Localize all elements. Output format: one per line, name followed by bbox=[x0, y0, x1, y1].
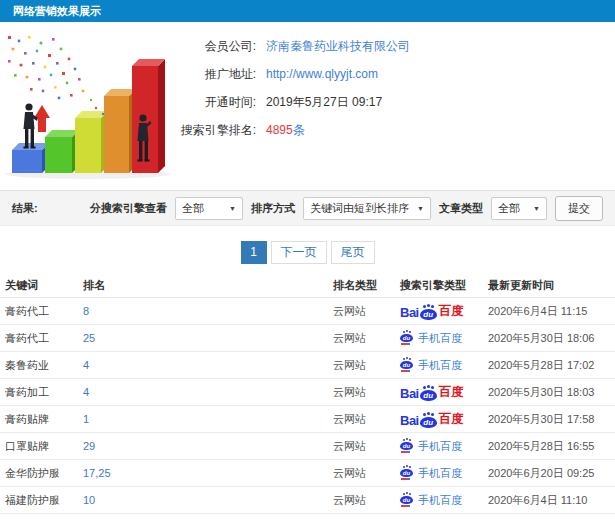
baidu-cn-text: 百度 bbox=[439, 411, 464, 428]
updated-cell: 2020年6月4日 11:15 bbox=[488, 304, 615, 319]
rank-link[interactable]: 4 bbox=[83, 386, 89, 398]
rank-link[interactable]: 4 bbox=[83, 359, 89, 371]
updated-cell: 2020年5月30日 17:58 bbox=[488, 412, 615, 427]
paw-du-text: du bbox=[400, 470, 413, 476]
rank-link[interactable]: 29 bbox=[83, 440, 95, 452]
mobile-baidu-icon: du bbox=[400, 358, 413, 372]
baidu-paw-icon: du bbox=[400, 466, 413, 477]
mobile-baidu-logo: du手机百度 bbox=[400, 331, 462, 346]
engine-cell: du手机百度 bbox=[400, 466, 488, 481]
keyword-cell: 膏药代工 bbox=[0, 304, 83, 319]
rank-type-cell: 云网站 bbox=[333, 304, 400, 319]
baidu-bai-text: Bai bbox=[400, 386, 419, 401]
mobile-baidu-icon: du bbox=[400, 331, 413, 345]
mobile-baidu-label: 手机百度 bbox=[418, 493, 462, 508]
keyword-cell: 膏药代工 bbox=[0, 331, 83, 346]
paw-du-text: du bbox=[420, 419, 437, 427]
engine-rank-row: 搜索引擎排名: 4895条 bbox=[178, 116, 615, 144]
mobile-baidu-icon: du bbox=[400, 493, 413, 507]
company-label: 会员公司: bbox=[178, 38, 256, 55]
promo-url-label: 推广地址: bbox=[178, 66, 256, 83]
mobile-baidu-logo: du手机百度 bbox=[400, 493, 462, 508]
baidu-cn-text: 百度 bbox=[439, 384, 464, 401]
mobile-baidu-logo: du手机百度 bbox=[400, 466, 462, 481]
table-row: 膏药贴牌1云网站Baidu百度2020年5月30日 17:58 bbox=[0, 406, 615, 433]
rank-cell: 17,25 bbox=[83, 467, 333, 479]
paw-toes bbox=[403, 493, 405, 495]
baidu-paw-icon: du bbox=[420, 386, 437, 401]
engine-cell: du手机百度 bbox=[400, 493, 488, 508]
paw-du-text: du bbox=[400, 497, 413, 503]
baidu-paw-icon: du bbox=[400, 331, 413, 342]
last-page-button[interactable]: 尾页 bbox=[331, 241, 375, 264]
sort-label: 排序方式 bbox=[251, 201, 295, 216]
page-title: 网络营销效果展示 bbox=[0, 0, 615, 22]
filter-controls: 分搜索引擎查看 全部 ▼ 排序方式 关键词由短到长排序 ▼ 文章类型 全部 ▼ … bbox=[90, 196, 603, 221]
column-header-3: 搜索引擎类型 bbox=[400, 278, 488, 293]
column-header-0: 关键词 bbox=[0, 278, 83, 293]
rank-link[interactable]: 10 bbox=[83, 494, 95, 506]
engine-filter-value: 全部 bbox=[182, 201, 204, 216]
promo-url-link[interactable]: http://www.qlyyjt.com bbox=[266, 67, 378, 81]
sort-value: 关键词由短到长排序 bbox=[310, 201, 409, 216]
keyword-cell: 膏药加工 bbox=[0, 385, 83, 400]
engine-rank-label: 搜索引擎排名: bbox=[178, 122, 256, 139]
rank-cell: 10 bbox=[83, 494, 333, 506]
mobile-baidu-label: 手机百度 bbox=[418, 331, 462, 346]
sort-select[interactable]: 关键词由短到长排序 ▼ bbox=[303, 197, 431, 220]
rank-cell: 1 bbox=[83, 413, 333, 425]
rank-link[interactable]: 8 bbox=[83, 305, 89, 317]
paw-du-text: du bbox=[420, 392, 437, 400]
rank-cell: 4 bbox=[83, 386, 333, 398]
baidu-bai-text: Bai bbox=[400, 413, 419, 428]
engine-cell: Baidu百度 bbox=[400, 411, 488, 428]
red-underline bbox=[401, 505, 410, 507]
open-time-row: 开通时间: 2019年5月27日 09:17 bbox=[178, 88, 615, 116]
article-type-select[interactable]: 全部 ▼ bbox=[491, 197, 547, 220]
rank-type-cell: 云网站 bbox=[333, 466, 400, 481]
member-info-section: 会员公司: 济南秦鲁药业科技有限公司 推广地址: http://www.qlyy… bbox=[0, 22, 615, 190]
engine-cell: Baidu百度 bbox=[400, 384, 488, 401]
paw-toes bbox=[403, 358, 405, 360]
column-header-2: 排名类型 bbox=[333, 278, 400, 293]
table-row: 福建防护服10云网站du手机百度2020年6月4日 11:10 bbox=[0, 487, 615, 514]
rank-link[interactable]: 17,25 bbox=[83, 467, 111, 479]
rank-link[interactable]: 1 bbox=[83, 413, 89, 425]
paw-toes bbox=[423, 413, 426, 416]
baidu-paw-icon: du bbox=[400, 439, 413, 450]
updated-cell: 2020年6月20日 09:25 bbox=[488, 466, 615, 481]
mobile-baidu-label: 手机百度 bbox=[418, 358, 462, 373]
bar-chart-illustration bbox=[0, 30, 170, 180]
paw-du-text: du bbox=[420, 311, 437, 319]
keyword-table-body: 膏药代工8云网站Baidu百度2020年6月4日 11:15膏药代工25云网站d… bbox=[0, 298, 615, 520]
rank-type-cell: 云网站 bbox=[333, 493, 400, 508]
rank-cell: 25 bbox=[83, 332, 333, 344]
table-row: 膏药加工4云网站Baidu百度2020年5月30日 18:03 bbox=[0, 379, 615, 406]
engine-filter-select[interactable]: 全部 ▼ bbox=[175, 197, 243, 220]
engine-cell: du手机百度 bbox=[400, 358, 488, 373]
next-page-button[interactable]: 下一页 bbox=[271, 241, 327, 264]
updated-cell: 2020年6月4日 11:10 bbox=[488, 493, 615, 508]
red-underline bbox=[401, 478, 410, 480]
keyword-cell: 口罩贴牌 bbox=[0, 439, 83, 454]
engine-filter-label: 分搜索引擎查看 bbox=[90, 201, 167, 216]
engine-rank-unit: 条 bbox=[293, 123, 305, 137]
updated-cell: 2020年5月30日 18:06 bbox=[488, 331, 615, 346]
paw-toes bbox=[423, 305, 426, 308]
paw-toes bbox=[403, 466, 405, 468]
submit-button[interactable]: 提交 bbox=[555, 196, 603, 221]
mobile-baidu-logo: du手机百度 bbox=[400, 439, 462, 454]
filter-bar: 结果: 分搜索引擎查看 全部 ▼ 排序方式 关键词由短到长排序 ▼ 文章类型 全… bbox=[0, 190, 615, 226]
mobile-baidu-icon: du bbox=[400, 439, 413, 453]
page-button-current[interactable]: 1 bbox=[241, 241, 267, 264]
open-time-label: 开通时间: bbox=[178, 94, 256, 111]
table-row: 金华防护服17,25云网站du手机百度2020年6月20日 09:25 bbox=[0, 460, 615, 487]
red-underline bbox=[401, 343, 410, 345]
rank-type-cell: 云网站 bbox=[333, 358, 400, 373]
paw-du-text: du bbox=[400, 362, 413, 368]
chevron-down-icon: ▼ bbox=[533, 205, 540, 212]
table-row: Baidu百度 bbox=[0, 514, 615, 520]
pagination: 1 下一页 尾页 bbox=[0, 240, 615, 265]
company-link[interactable]: 济南秦鲁药业科技有限公司 bbox=[266, 38, 410, 55]
rank-link[interactable]: 25 bbox=[83, 332, 95, 344]
